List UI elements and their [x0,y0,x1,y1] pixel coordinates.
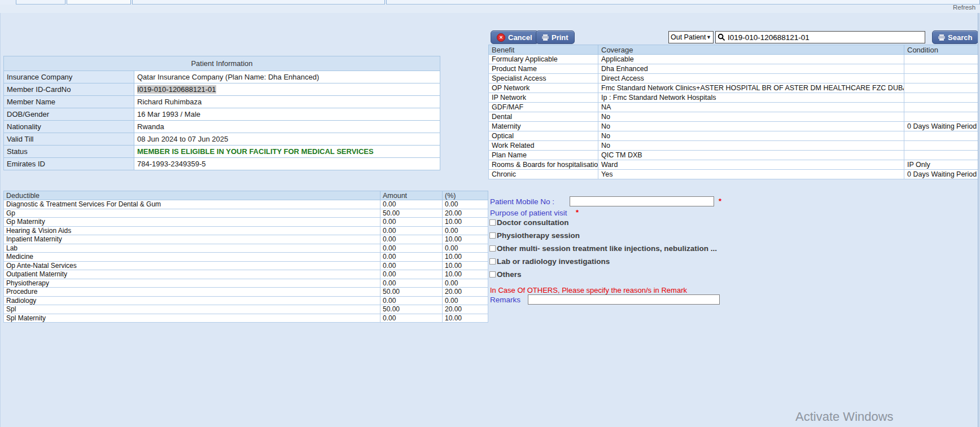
benefit-row: Product NameDha Enhanced [489,64,978,74]
benefit-column-header: Condition [904,45,978,55]
deductible-table: DeductibleAmount(%) Diagnostic & Treatme… [3,191,488,323]
benefit-cell: Maternity [489,122,598,131]
status-value: MEMBER IS ELIGIBLE IN YOUR FACILITY FOR … [134,146,440,158]
deductible-row: Physiotherapy0.000.00 [4,279,488,288]
tab-fragment[interactable] [67,0,131,5]
member-search-input[interactable] [727,33,923,42]
search-button-label: Search [948,33,972,42]
deductible-cell: Gp [4,209,380,218]
deductible-cell: 10.00 [443,314,488,323]
benefit-cell: 0 Days Waiting Period [904,170,978,179]
field-value: 784-1993-2349359-5 [134,158,440,170]
field-label: DOB/Gender [4,108,134,121]
field-value: Richard Ruhimbaza [134,96,440,108]
deductible-row: Spl Maternity0.0010.00 [4,314,488,323]
benefit-cell [904,131,978,141]
deductible-row: Radiology0.000.00 [4,296,488,305]
patient-mobile-input[interactable] [570,196,714,206]
purpose-option[interactable]: Doctor consultation [488,218,804,227]
patient-info-row: DOB/Gender16 Mar 1993 / Male [4,108,440,121]
benefit-cell: Direct Access [598,74,904,83]
purpose-checkbox[interactable] [489,245,496,252]
deductible-column-header: (%) [443,191,488,200]
deductible-column-header: Amount [380,191,443,200]
purpose-option-label: Other multi- session treatment like inje… [497,244,717,253]
print-button-label: Print [552,33,568,42]
benefit-row: Formulary ApplicableApplicable [489,55,978,64]
purpose-option[interactable]: Other multi- session treatment like inje… [488,244,804,253]
mobile-required-asterisk: * [719,197,721,205]
benefit-row: DentalNo [489,112,978,122]
deductible-cell: 0.00 [380,244,443,253]
deductible-row: Diagnostic & Treatment Services For Dent… [4,200,488,209]
benefit-cell: Plan Name [489,151,598,160]
purpose-options-list: Doctor consultationPhysiotherapy session… [488,218,804,283]
benefit-column-header: Coverage [598,45,904,55]
benefit-cell: No [598,141,904,151]
purpose-option-label: Doctor consultation [497,218,569,227]
benefit-row: Specialist AccessDirect Access [489,74,978,83]
deductible-cell: Procedure [4,288,380,297]
deductible-row: Op Ante-Natal Services0.0010.00 [4,261,488,270]
deductible-cell: Op Ante-Natal Services [4,261,380,270]
deductible-cell: 50.00 [380,288,443,297]
benefit-cell: No [598,131,904,141]
deductible-cell: 0.00 [380,235,443,244]
cancel-button[interactable]: ✕ Cancel [491,30,539,44]
patient-info-row: NationalityRwanda [4,121,440,133]
deductible-row: Lab0.000.00 [4,244,488,253]
deductible-cell: Spl Maternity [4,314,380,323]
deductible-cell: 0.00 [380,226,443,235]
benefit-cell: 0 Days Waiting Period [904,122,978,131]
tab-fragment[interactable] [16,0,65,5]
activate-windows-watermark: Activate Windows [795,410,894,424]
field-label: Member ID-CardNo [4,83,134,96]
benefit-cell: Work Related [489,141,598,151]
field-value: Rwanda [134,121,440,133]
deductible-row: Gp Maternity0.0010.00 [4,218,488,227]
purpose-option[interactable]: Lab or radiology investigations [488,257,804,266]
eligibility-screen: Refresh Patient Information Insurance Co… [0,0,980,427]
benefit-cell: Formulary Applicable [489,55,598,64]
scrollbar-track[interactable] [978,13,980,427]
field-value: 08 Jun 2024 to 07 Jun 2025 [134,133,440,146]
patient-information-table: Patient Information Insurance CompanyQat… [3,56,440,170]
remarks-input[interactable] [528,294,720,305]
benefit-cell: Dental [489,112,598,122]
field-label: Valid Till [4,133,134,146]
tab-fragment[interactable] [132,0,385,5]
patient-type-value: Out Patient [671,33,706,41]
deductible-cell: Lab [4,244,380,253]
deductible-cell: 0.00 [380,270,443,279]
benefit-row: Work RelatedNo [489,141,978,151]
benefit-row: Plan NameQIC TM DXB [489,151,978,160]
patient-type-select[interactable]: Out Patient ▼ [668,31,714,43]
purpose-checkbox[interactable] [489,219,496,226]
purpose-option-label: Physiotherapy session [497,231,580,240]
benefit-cell: Rooms & Boards for hospitalisation [489,160,598,170]
patient-info-row: StatusMEMBER IS ELIGIBLE IN YOUR FACILIT… [4,146,440,158]
tab-fragment[interactable] [386,0,980,5]
benefit-cell [904,112,978,122]
benefit-row: MaternityNo0 Days Waiting Period [489,122,978,131]
benefit-cell [904,103,978,112]
print-button[interactable]: Print [536,30,575,44]
purpose-checkbox[interactable] [489,271,496,278]
cancel-button-label: Cancel [508,33,532,42]
purpose-option[interactable]: Others [488,270,804,279]
patient-information-title: Patient Information [4,56,440,71]
deductible-cell: 0.00 [380,296,443,305]
purpose-checkbox[interactable] [489,258,496,265]
main-panel: Patient Information Insurance CompanyQat… [0,13,980,427]
purpose-checkbox[interactable] [489,232,496,239]
benefit-cell: No [598,122,904,131]
deductible-cell: 20.00 [443,288,488,297]
refresh-link[interactable]: Refresh [953,4,975,11]
purpose-option[interactable]: Physiotherapy session [488,231,804,240]
search-button[interactable]: Search [932,30,978,44]
benefit-cell: Product Name [489,64,598,74]
benefit-row: OP NetworkFmc Standard Network Clinics+A… [489,83,978,93]
field-value: 16 Mar 1993 / Male [134,108,440,121]
deductible-cell: 20.00 [443,209,488,218]
field-value: Qatar Insurance Company (Plan Name: Dha … [134,71,440,83]
